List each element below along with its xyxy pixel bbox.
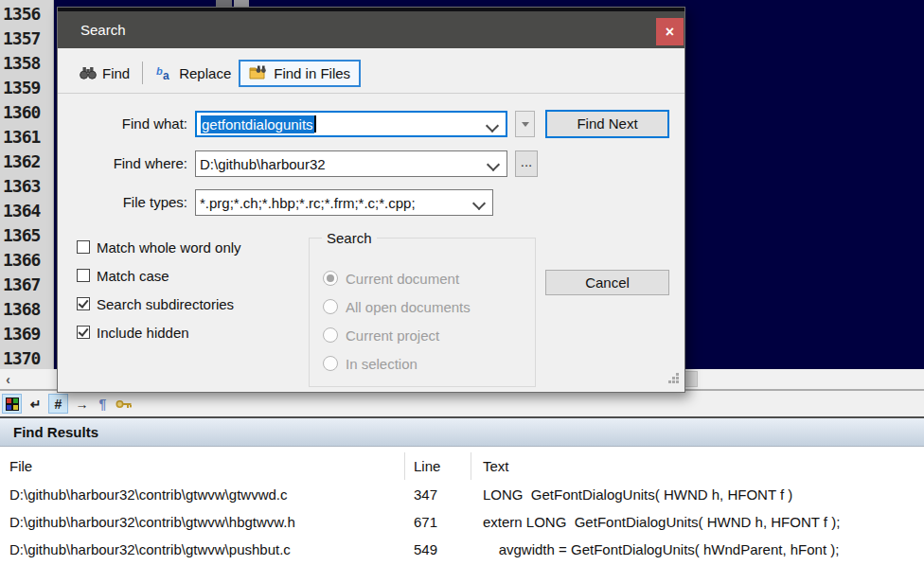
macro-key-icon[interactable] xyxy=(114,394,133,414)
result-line: 347 xyxy=(414,481,437,508)
groupbox-label: Search xyxy=(322,230,377,246)
pilcrow-icon[interactable]: ¶ xyxy=(93,394,113,414)
radio-label: Current document xyxy=(346,271,459,287)
line-number: 1362 xyxy=(0,150,53,174)
line-number: 1357 xyxy=(0,26,53,51)
checkbox-match-case[interactable]: Match case xyxy=(77,267,169,284)
line-number: 1356 xyxy=(0,2,53,26)
editor-toolbar: ↵ # → ¶ xyxy=(0,391,924,416)
radio-label: Current project xyxy=(346,327,439,344)
resize-grip[interactable] xyxy=(667,371,680,388)
chevron-down-icon xyxy=(472,197,486,210)
result-row[interactable]: D:\github\harbour32\contrib\gtwvw\gtwvwd… xyxy=(0,481,924,508)
column-header-text[interactable]: Text xyxy=(483,452,509,480)
chevron-down-icon xyxy=(486,119,499,132)
cancel-button[interactable]: Cancel xyxy=(545,270,669,295)
background-toolbar-fragment xyxy=(234,0,249,7)
result-text: avgwidth = GetFontDialogUnits( hWndParen… xyxy=(483,536,839,563)
find-next-button[interactable]: Find Next xyxy=(545,110,669,138)
result-line: 549 xyxy=(414,536,437,563)
folder-search-icon xyxy=(249,65,268,80)
chevron-down-icon xyxy=(487,158,500,171)
radio-current-project: Current project xyxy=(323,326,439,344)
line-number: 1368 xyxy=(0,297,53,322)
line-number: 1358 xyxy=(0,51,53,76)
radio-label: In selection xyxy=(346,356,418,372)
find-where-label: Find where: xyxy=(58,150,187,177)
close-button[interactable]: × xyxy=(656,18,684,45)
result-row[interactable]: D:\github\harbour32\contrib\gtwvw\hbgtwv… xyxy=(0,508,924,536)
column-divider[interactable] xyxy=(471,452,471,480)
tab-label: Find xyxy=(102,65,130,81)
file-types-label: File types: xyxy=(58,189,187,216)
checkbox-include-hidden[interactable]: Include hidden xyxy=(77,324,189,341)
line-number: 1363 xyxy=(0,174,53,199)
line-number: 1367 xyxy=(0,273,53,297)
binoculars-icon xyxy=(80,66,97,80)
tab-label: Find in Files xyxy=(274,65,350,81)
dialog-titlebar[interactable]: Search × xyxy=(58,8,684,48)
selected-text: getfontdialogunits xyxy=(201,115,314,133)
find-where-combobox[interactable]: D:\github\harbour32 xyxy=(195,150,507,177)
svg-text:a: a xyxy=(163,69,169,80)
triangle-down-icon xyxy=(522,122,529,127)
combo-value: *.prg;*.ch;*.hbp;*.rc;*.frm;*.c;*.cpp; xyxy=(200,195,416,211)
results-table-header: File Line Text xyxy=(0,452,924,480)
result-row[interactable]: D:\github\harbour32\contrib\gtwvw\pushbu… xyxy=(0,536,924,563)
line-number: 1365 xyxy=(0,223,53,248)
result-text: extern LONG GetFontDialogUnits( HWND h, … xyxy=(483,508,840,536)
checkbox-label: Search subdirectories xyxy=(97,296,234,312)
search-mode-tabs: Find b a Replace Find in Fi xyxy=(58,53,684,93)
result-text: LONG GetFontDialogUnits( HWND h, HFONT f… xyxy=(483,481,792,508)
history-dropdown-button[interactable] xyxy=(515,111,535,137)
app-window: 1356 1357 1358 1359 1360 1361 1362 1363 … xyxy=(0,0,924,583)
tab-find-in-files[interactable]: Find in Files xyxy=(239,60,361,87)
checkbox-label: Match whole word only xyxy=(97,239,241,256)
result-file: D:\github\harbour32\contrib\gtwvw\hbgtwv… xyxy=(9,508,295,536)
color-blocks-icon[interactable] xyxy=(2,394,22,414)
radio-in-selection: In selection xyxy=(323,354,418,373)
tab-find[interactable]: Find xyxy=(72,61,137,86)
toolbar-separator xyxy=(142,62,143,84)
line-number: 1359 xyxy=(0,76,53,100)
radio-selected-icon xyxy=(323,271,338,286)
line-numbers-icon[interactable]: # xyxy=(48,394,68,414)
tab-label: Replace xyxy=(179,65,231,81)
radio-label: All open documents xyxy=(346,299,471,315)
find-what-combobox[interactable]: getfontdialogunits xyxy=(195,111,507,137)
svg-text:b: b xyxy=(156,65,163,77)
checkbox-search-subdirectories[interactable]: Search subdirectories xyxy=(77,295,234,312)
line-number: 1370 xyxy=(0,346,53,371)
browse-folder-button[interactable]: ... xyxy=(515,150,538,177)
radio-icon xyxy=(323,356,338,371)
line-number-gutter: 1356 1357 1358 1359 1360 1361 1362 1363 … xyxy=(0,0,54,369)
result-file: D:\github\harbour32\contrib\gtwvw\gtwvwd… xyxy=(9,481,287,508)
tab-replace[interactable]: b a Replace xyxy=(148,61,239,86)
checkbox-label: Include hidden xyxy=(97,325,189,341)
find-results-header: Find Results xyxy=(0,416,924,447)
checkbox-match-whole-word[interactable]: Match whole word only xyxy=(77,238,241,256)
search-scope-groupbox: Search Current document All open documen… xyxy=(309,238,536,387)
checkbox-checked-icon xyxy=(77,297,90,310)
file-types-combobox[interactable]: *.prg;*.ch;*.hbp;*.rc;*.frm;*.c;*.cpp; xyxy=(195,189,493,216)
checkbox-icon xyxy=(77,269,90,282)
column-divider[interactable] xyxy=(404,452,405,480)
result-line: 671 xyxy=(414,508,437,536)
column-header-file[interactable]: File xyxy=(9,452,32,480)
scroll-left-button[interactable]: ‹ xyxy=(0,369,16,389)
result-file: D:\github\harbour32\contrib\gtwvw\pushbu… xyxy=(9,536,291,563)
divider xyxy=(58,93,684,94)
tab-arrow-icon[interactable]: → xyxy=(72,394,92,414)
radio-current-document: Current document xyxy=(323,269,459,288)
close-icon: × xyxy=(666,24,674,41)
radio-icon xyxy=(323,299,338,314)
text-caret xyxy=(314,115,316,132)
checkbox-label: Match case xyxy=(97,268,169,284)
column-header-line[interactable]: Line xyxy=(414,452,440,480)
line-break-icon[interactable]: ↵ xyxy=(26,394,45,414)
combo-value: D:\github\harbour32 xyxy=(200,156,326,172)
line-number: 1366 xyxy=(0,248,53,273)
radio-icon xyxy=(323,327,338,343)
radio-all-open-documents: All open documents xyxy=(323,297,471,316)
line-number: 1369 xyxy=(0,322,53,346)
